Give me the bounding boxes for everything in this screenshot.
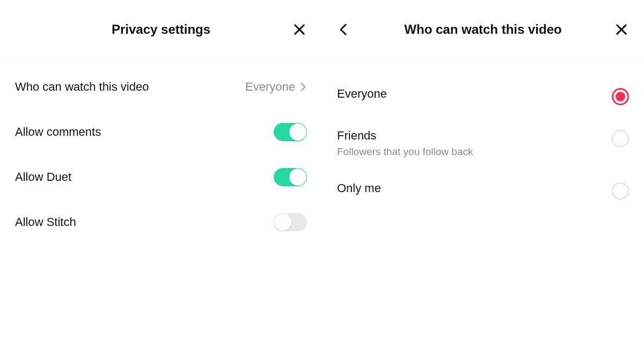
- options-list: Everyone Friends Followers that you foll…: [322, 59, 644, 228]
- option-everyone-label: Everyone: [337, 87, 387, 101]
- settings-list: Who can watch this video Everyone Allow …: [0, 59, 322, 272]
- allow-comments-row: Allow comments: [15, 120, 307, 144]
- allow-comments-label: Allow comments: [15, 125, 101, 139]
- option-only-me[interactable]: Only me: [337, 170, 629, 211]
- radio-friends[interactable]: [612, 130, 629, 147]
- who-can-watch-value-text: Everyone: [245, 80, 295, 94]
- close-icon[interactable]: [292, 22, 307, 37]
- back-icon[interactable]: [337, 23, 350, 36]
- allow-stitch-label: Allow Stitch: [15, 215, 76, 229]
- close-icon[interactable]: [614, 22, 629, 37]
- page-title: Who can watch this video: [358, 22, 608, 37]
- option-friends[interactable]: Friends Followers that you follow back: [337, 117, 629, 170]
- allow-comments-toggle[interactable]: [274, 123, 307, 141]
- option-only-me-label: Only me: [337, 181, 381, 195]
- allow-stitch-toggle[interactable]: [274, 213, 307, 231]
- radio-everyone[interactable]: [612, 88, 629, 105]
- chevron-right-icon: [299, 82, 307, 92]
- option-friends-label: Friends: [337, 129, 473, 143]
- allow-duet-label: Allow Duet: [15, 170, 71, 184]
- radio-only-me[interactable]: [612, 182, 629, 200]
- header: Who can watch this video: [322, 0, 644, 59]
- allow-duet-toggle[interactable]: [274, 168, 307, 186]
- header: Privacy settings: [0, 0, 322, 59]
- who-can-watch-label: Who can watch this video: [15, 80, 149, 94]
- who-can-watch-panel: Who can watch this video Everyone Friend…: [322, 0, 644, 337]
- allow-stitch-row: Allow Stitch: [15, 210, 307, 234]
- option-everyone[interactable]: Everyone: [337, 75, 629, 117]
- allow-duet-row: Allow Duet: [15, 165, 307, 189]
- option-friends-sub: Followers that you follow back: [337, 146, 473, 158]
- page-title: Privacy settings: [36, 22, 286, 37]
- who-can-watch-row[interactable]: Who can watch this video Everyone: [15, 75, 307, 99]
- who-can-watch-value[interactable]: Everyone: [245, 80, 307, 94]
- privacy-settings-panel: Privacy settings Who can watch this vide…: [0, 0, 322, 337]
